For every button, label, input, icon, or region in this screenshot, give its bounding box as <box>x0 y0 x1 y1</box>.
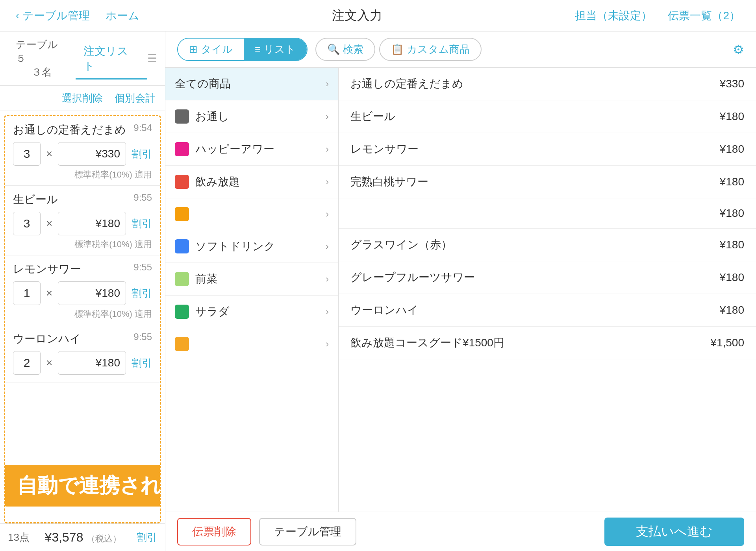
order-item-header: お通しの定番えだまめ 9:54 <box>13 122 152 137</box>
product-price: ¥180 <box>720 304 744 316</box>
quantity-input[interactable]: 3 <box>13 212 41 235</box>
tile-icon: ⊞ <box>189 43 198 55</box>
product-item[interactable]: 生ビール ¥180 <box>339 100 756 133</box>
product-name: レモンサワー <box>350 142 419 157</box>
discount-button[interactable]: 割引 <box>132 217 152 231</box>
product-item[interactable]: ¥180 <box>339 198 756 229</box>
product-name: グレープフルーツサワー <box>350 270 475 285</box>
search-label: 検索 <box>343 43 363 56</box>
category-item[interactable]: ソフトドリンク › <box>165 230 338 263</box>
category-item[interactable]: 全ての商品 › <box>165 68 338 100</box>
category-name: 全ての商品 <box>175 76 319 91</box>
main-layout: テーブル５ ３名 注文リスト ☰ 選択削除 個別会計 お通しの定番えだまめ 9:… <box>0 31 756 551</box>
product-list: お通しの定番えだまめ ¥330 生ビール ¥180 レモンサワー ¥180 完熟… <box>339 68 756 512</box>
receipt-label[interactable]: 伝票一覧（2） <box>668 8 740 23</box>
custom-product-button[interactable]: 📋 カスタム商品 <box>379 38 482 61</box>
settings-button[interactable]: ⚙ <box>733 42 744 57</box>
product-price: ¥1,500 <box>710 337 744 349</box>
product-item[interactable]: グレープフルーツサワー ¥180 <box>339 261 756 294</box>
separate-bill-button[interactable]: 個別会計 <box>115 91 156 105</box>
product-name: ウーロンハイ <box>350 303 419 318</box>
category-item[interactable]: お通し › <box>165 100 338 133</box>
category-item[interactable]: 飲み放題 › <box>165 166 338 198</box>
chevron-right-icon: › <box>326 306 329 317</box>
category-item[interactable]: 前菜 › <box>165 263 338 296</box>
order-item-name: お通しの定番えだまめ <box>13 122 126 137</box>
order-item: ウーロンハイ 9:55 2 × ¥180 割引 <box>5 325 160 383</box>
select-delete-button[interactable]: 選択削除 <box>62 91 103 105</box>
order-item-name: レモンサワー <box>13 262 81 277</box>
search-button[interactable]: 🔍 検索 <box>315 38 375 61</box>
order-item-row: 1 × ¥180 割引 <box>13 281 152 305</box>
list-icon: ≡ <box>255 43 261 55</box>
search-icon: 🔍 <box>327 43 340 55</box>
category-color-icon <box>175 305 189 319</box>
header: ‹ テーブル管理 ホーム 注文入力 担当（未設定） 伝票一覧（2） <box>0 0 756 31</box>
product-item[interactable]: 完熟白桃サワー ¥180 <box>339 166 756 198</box>
staff-label[interactable]: 担当（未設定） <box>575 8 652 23</box>
discount-button[interactable]: 割引 <box>132 287 152 300</box>
tile-label: タイル <box>201 43 233 56</box>
tax-note: 標準税率(10%) 適用 <box>13 308 152 320</box>
multiply-sign: × <box>46 357 52 369</box>
total-discount-button[interactable]: 割引 <box>137 531 157 544</box>
product-price: ¥180 <box>720 176 744 188</box>
category-item[interactable]: › <box>165 328 338 360</box>
custom-label: カスタム商品 <box>407 43 470 56</box>
chevron-right-icon: › <box>326 209 329 220</box>
back-button[interactable]: ‹ テーブル管理 <box>16 8 90 23</box>
right-panel: ⊞ タイル ≡ リスト 🔍 検索 📋 カスタム商品 ⚙ <box>165 31 756 551</box>
table-manage-button[interactable]: テーブル管理 <box>259 518 356 545</box>
right-toolbar: ⊞ タイル ≡ リスト 🔍 検索 📋 カスタム商品 ⚙ <box>165 31 756 68</box>
tile-view-button[interactable]: ⊞ タイル <box>178 39 244 60</box>
product-price: ¥180 <box>720 271 744 284</box>
receipt-icon[interactable]: ☰ <box>147 52 157 71</box>
delete-receipt-button[interactable]: 伝票削除 <box>177 518 251 545</box>
order-item-row: 2 × ¥180 割引 <box>13 351 152 375</box>
product-item[interactable]: お通しの定番えだまめ ¥330 <box>339 68 756 100</box>
product-item[interactable]: グラスワイン（赤） ¥180 <box>339 229 756 261</box>
discount-button[interactable]: 割引 <box>132 356 152 370</box>
product-item[interactable]: レモンサワー ¥180 <box>339 133 756 166</box>
category-name: 前菜 <box>195 272 319 287</box>
category-list: 全ての商品 › お通し › ハッピーアワー › 飲み放題 › <box>165 68 339 512</box>
price-input[interactable]: ¥330 <box>58 142 126 166</box>
category-color-icon <box>175 239 189 253</box>
bottom-bar: 伝票削除 テーブル管理 支払いへ進む <box>165 512 756 551</box>
page-title: 注文入力 <box>139 7 575 24</box>
order-list: お通しの定番えだまめ 9:54 3 × ¥330 割引 標準税率(10%) 適用… <box>4 115 161 523</box>
chevron-right-icon: › <box>326 176 329 187</box>
quantity-input[interactable]: 2 <box>13 351 41 375</box>
tab-table[interactable]: テーブル５ ３名 <box>8 38 76 85</box>
category-item[interactable]: サラダ › <box>165 296 338 328</box>
chevron-right-icon: › <box>326 338 329 349</box>
price-input[interactable]: ¥180 <box>58 212 126 235</box>
order-item-name: ウーロンハイ <box>13 331 81 346</box>
tab-orders[interactable]: 注文リスト <box>76 44 147 80</box>
product-name: 完熟白桃サワー <box>350 174 428 189</box>
product-item[interactable]: ウーロンハイ ¥180 <box>339 294 756 327</box>
order-total: ¥3,578 （税込） <box>45 530 122 545</box>
order-item: レモンサワー 9:55 1 × ¥180 割引 標準税率(10%) 適用 <box>5 255 160 325</box>
discount-button[interactable]: 割引 <box>132 147 152 161</box>
pay-button[interactable]: 支払いへ進む <box>604 518 744 546</box>
total-amount: ¥3,578 <box>45 530 83 544</box>
list-view-button[interactable]: ≡ リスト <box>244 39 307 60</box>
category-color-icon <box>175 142 189 156</box>
quantity-input[interactable]: 3 <box>13 142 41 166</box>
category-name: ハッピーアワー <box>195 142 319 157</box>
multiply-sign: × <box>46 287 52 300</box>
price-input[interactable]: ¥180 <box>58 281 126 305</box>
order-item: 生ビール 9:55 3 × ¥180 割引 標準税率(10%) 適用 <box>5 186 160 255</box>
home-link[interactable]: ホーム <box>106 8 139 23</box>
category-color-icon <box>175 337 189 351</box>
quantity-input[interactable]: 1 <box>13 281 41 305</box>
product-item[interactable]: 飲み放題コースグード¥1500円 ¥1,500 <box>339 327 756 359</box>
chevron-right-icon: › <box>326 111 329 122</box>
tab-table-name: テーブル５ <box>16 38 68 65</box>
category-item[interactable]: ハッピーアワー › <box>165 133 338 166</box>
price-input[interactable]: ¥180 <box>58 351 126 375</box>
category-item[interactable]: › <box>165 198 338 230</box>
order-item-header: ウーロンハイ 9:55 <box>13 331 152 346</box>
header-right: 担当（未設定） 伝票一覧（2） <box>575 8 740 23</box>
